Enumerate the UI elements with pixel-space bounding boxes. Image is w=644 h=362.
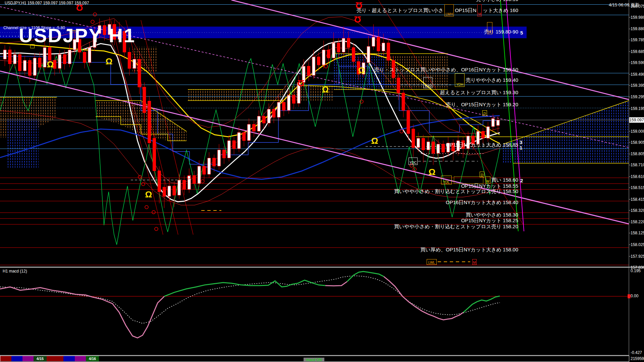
price-axis-label: 159.685 [631,49,644,54]
price-axis-label: 159.195 [631,106,644,111]
trade-annotation: 買い厚め、OP15日NYカット大きめ 158.00 [420,247,518,253]
annotation-text: 売り・超えるとストップロス買い小さ [357,7,443,14]
price-axis-label: 159.395 [631,83,644,88]
symbol-watermark: USDJPY H1 [19,24,136,47]
price-axis-label: 159.980 [631,15,644,20]
trade-annotation: 売り小さめ 160.10 [476,0,518,3]
macd-axis-label: 0.00 [631,294,638,298]
trade-annotation: 買いやや小さめ・割り込むとストップロス売り 158.20 [394,224,518,230]
macd-series [0,272,631,338]
price-chart-canvas[interactable] [0,0,644,362]
annotation-text: 買いやや小さめ・割り込むとストップロス売り 158.20 [394,224,518,230]
price-axis-label: 158.905 [631,140,644,145]
label-box-D: D [480,172,484,177]
price-axis-label: 158.415 [631,197,644,202]
timeline-segment [47,356,63,361]
price-axis-label: 159.785 [631,38,644,42]
trade-annotation: OP16日NYカット大きめ 158.40 [446,199,518,206]
price-axis-label: 158.515 [631,185,644,190]
timeline-segment [11,356,22,361]
price-axis-label: 160.075 [631,4,644,9]
buy-arrow-icon: Ω [358,65,365,76]
trade-annotation: OP15日NYカット 158.25 [461,218,518,224]
macd-axis-label: -0.427 [631,350,642,355]
timeline-segment [0,356,11,361]
timeline-date-4-16: 4/16 [86,356,99,361]
price-axis-label: 158.025 [631,242,644,247]
annotation-text: OP15日N [455,7,476,14]
macd-signal [0,276,500,323]
annotation-text: 売り小さめ 160.10 [476,0,518,3]
timeline-counter: 215959 [631,356,644,361]
buy-arrow-icon: Ω [322,84,329,95]
price-axis-label: 158.710 [631,163,644,167]
annotation-text: 買いやや小さめ・割り込むとストップロス売り 158.50 [394,188,518,195]
trade-annotation: 超えるとストップロス買い 159.30 [440,89,518,96]
annotation-text: 売り・ストップロス買いやや小さめ、OP16日NYカット 159.50 [374,67,518,73]
sell-arrow-icon: Ω [354,14,361,24]
trade-annotation: 売り・超えるとストップロス買い小さLWHOP15日NMット大きめ 160 [357,4,518,16]
price-axis-label: 157.925 [631,254,644,259]
label-box-YDO: YDO [423,77,432,88]
macd-on-button[interactable]: macd ON [304,358,324,362]
trade-annotation: 買いやや小さめ・割り込むとストップロス売り 158.50 [394,188,518,195]
sell-arrow-icon: Ω [298,78,305,88]
label-box-YDH: YDH [455,73,465,87]
macd-indicator-label: H1 macd (12) [3,269,27,274]
macd-main [0,287,164,338]
buy-arrow-icon: Ω [106,56,113,67]
price-axis-label: 158.320 [631,208,644,213]
chart-title-ohlc: USDJPY,H1 159.097 159.097 159.097 159.09… [5,1,89,5]
buy-arrow-icon: Ω [145,189,152,200]
annotation-text: 買い 158.60 [491,177,518,183]
annotation-text: 超えるとストップロス買い 159.30 [440,89,518,96]
price-axis-label: 159.000 [631,129,644,134]
price-axis-label: 159.590 [631,60,644,65]
macd-main [164,280,325,296]
level-marker: 3 [520,139,522,145]
timeline-segment [63,356,75,361]
label-box-M: M [472,259,477,265]
annotation-text: OP15日NYカット大きめ 158.85 [446,142,518,148]
buy-arrow-icon: Ω [371,136,378,146]
macd-axis-label: 0.195 [631,268,641,273]
label-box-LWL: LWL [427,259,437,265]
price-axis-label: 159.490 [631,72,644,77]
trade-annotation: OP15日NYカット大きめ 158.85 [446,142,518,148]
timeline-date-4-15: 4/15 [34,356,47,361]
label-box-YDL: YDL [441,176,452,184]
current-price-label: 159.097 [629,117,644,123]
annotation-text: 売り、OP15日NYカット 159.20 [446,102,518,108]
buy-arrow-icon: Ω [47,59,54,70]
label-box-W: W [487,22,492,34]
level-marker: 1 [520,145,522,150]
annotation-text: OP15日NYカット 158.25 [461,218,518,224]
label-box-D: D [482,110,487,116]
price-axis-label: 158.610 [631,174,644,179]
trade-annotation: YDH 売りやや小さめ 159.40 [454,73,518,87]
label-box-M: M [477,4,482,16]
level-marker: 5 [520,30,523,36]
annotation-text: 売りやや小さめ 159.40 [466,77,518,83]
price-axis-label: 159.295 [631,95,644,99]
trade-annotation: 売り・ストップロス買いやや小さめ、OP16日NYカット 159.50 [374,67,518,73]
annotation-text: OP16日NYカット大きめ 158.40 [446,199,518,206]
macd-main [325,282,347,286]
macd-main [463,296,500,312]
annotation-text: 買い厚め、OP15日NYカット大きめ 158.00 [420,247,518,253]
label-box-LWH: LWH [444,4,454,16]
buy-arrow-icon: Ω [429,167,436,177]
macd-main [384,277,463,320]
mt4-chart-window: 売り小さめ 160.10売り・超えるとストップロス買い小さLWHOP15日NMッ… [0,0,644,362]
price-axis-label: 158.220 [631,220,644,224]
label-box-YDC: YDC [409,158,418,165]
price-axis-label: 158.125 [631,231,644,235]
trade-annotation: 売り、OP15日NYカット 159.20 [446,102,518,108]
macd-main [347,272,384,282]
price-axis-label: 159.880 [631,26,644,31]
price-axis-label: 158.805 [631,152,644,156]
timeline-segment [22,356,34,361]
level-marker: 2 [520,178,523,183]
timeline-segment [75,356,86,361]
sell-arrow-icon: Ω [356,0,363,10]
